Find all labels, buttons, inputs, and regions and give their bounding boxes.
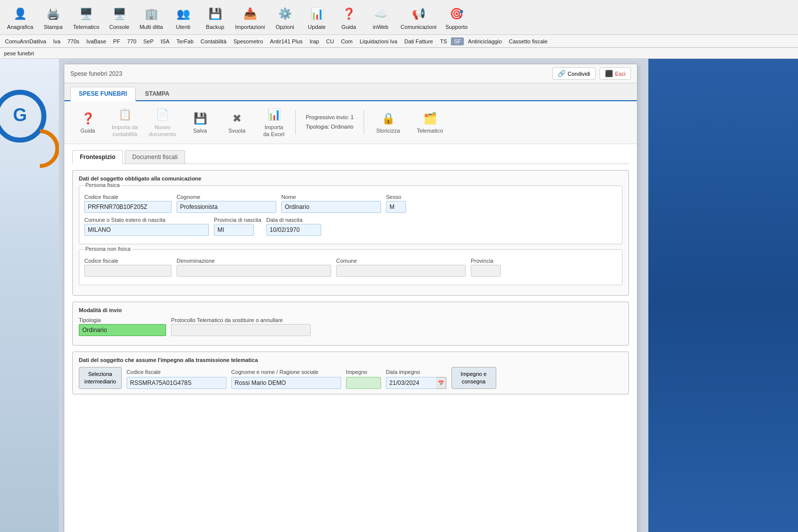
toolbar-anagrafica[interactable]: 👤 Anagrafica	[4, 3, 36, 32]
nome-input[interactable]	[281, 201, 381, 213]
toolbar-guida[interactable]: ❓ Guida	[334, 3, 364, 32]
tipologia-input[interactable]	[79, 324, 166, 336]
cognome-label: Cognome	[177, 194, 276, 200]
toolbar-inweb-label: inWeb	[373, 24, 389, 30]
toolbar-multiditta[interactable]: 🏢 Multi ditta	[136, 3, 166, 32]
navbar-ivabase[interactable]: IvaBase	[83, 37, 109, 45]
subtoolbar-salva[interactable]: 💾 Salva	[183, 108, 217, 136]
subtoolbar-telematico[interactable]: 🗂️ Telematico	[410, 108, 450, 136]
navbar-contabilita[interactable]: Contabilità	[198, 37, 229, 45]
navbar-liquidazioni[interactable]: Liquidazioni Iva	[357, 37, 400, 45]
int-data-impegno-group: Data impegno 📅	[386, 369, 446, 389]
int-impegno-input[interactable]	[346, 377, 381, 389]
subtoolbar-svuota[interactable]: ✖ Svuota	[219, 108, 254, 136]
inweb-icon: ☁️	[372, 5, 390, 23]
nf-codice-fiscale-group: Codice fiscale	[84, 258, 172, 277]
navbar-comuann[interactable]: ComuAnnDatilva	[2, 37, 49, 45]
console-icon: 🖥️	[110, 5, 128, 23]
toolbar-inweb[interactable]: ☁️ inWeb	[366, 3, 396, 32]
nf-provincia-label: Provincia	[471, 258, 501, 264]
toolbar-supporto[interactable]: 🎯 Supporto	[441, 3, 471, 32]
subtoolbar-importa-excel[interactable]: 📊 Importada Excel	[256, 104, 291, 141]
subtoolbar-separator2	[364, 110, 364, 135]
int-cognome-nome-input[interactable]	[231, 377, 341, 389]
toolbar-stampa[interactable]: 🖨️ Stampa	[38, 3, 68, 32]
navbar-antir141[interactable]: Antir141 Plus	[267, 37, 305, 45]
navbar-ts[interactable]: TS	[437, 37, 450, 45]
navbar-spesometro[interactable]: Spesometro	[230, 37, 266, 45]
content-tab-frontespizio[interactable]: Frontespizio	[72, 150, 123, 164]
navbar-pf[interactable]: PF	[110, 37, 123, 45]
toolbar-backup[interactable]: 💾 Backup	[200, 3, 230, 32]
toolbar-anagrafica-label: Anagrafica	[7, 24, 33, 30]
anagrafica-icon: 👤	[11, 5, 29, 23]
sesso-group: Sesso	[386, 194, 406, 213]
protocollo-input[interactable]	[171, 324, 311, 336]
navbar-770[interactable]: 770	[124, 37, 139, 45]
toolbar-update[interactable]: 📊 Update	[302, 3, 332, 32]
toolbar-opzioni[interactable]: ⚙️ Opzioni	[270, 3, 300, 32]
navbar: ComuAnnDatilva Iva 770s IvaBase PF 770 S…	[0, 35, 798, 48]
impegno-consegna-button[interactable]: Impegno econsegna	[451, 367, 496, 389]
navbar-antiriciclaggio[interactable]: Antiriciclaggio	[465, 37, 505, 45]
cognome-input[interactable]	[177, 201, 276, 213]
nf-codice-fiscale-input[interactable]	[84, 265, 172, 277]
data-nascita-input[interactable]	[266, 224, 321, 236]
toolbar-console-label: Console	[109, 24, 129, 30]
navbar-770s[interactable]: 770s	[64, 37, 82, 45]
subsection-persona-fisica: Persona fisica Codice fiscale Cognome	[79, 185, 622, 244]
exit-button[interactable]: ⬛ Esci	[599, 67, 631, 80]
subtoolbar-info: Progressivo invio: 1 Tipologia: Ordinari…	[300, 113, 360, 133]
date-picker-button[interactable]: 📅	[436, 377, 446, 389]
share-button[interactable]: 🔗 Condividi	[552, 67, 596, 80]
subtoolbar-nuovo-documento[interactable]: 📄 Nuovodocumento	[145, 104, 181, 141]
navbar-datifatture[interactable]: Dati Fatture	[401, 37, 436, 45]
svg-point-2	[22, 131, 57, 166]
content-tab-documenti[interactable]: Documenti fiscali	[125, 150, 185, 164]
nf-comune-input[interactable]	[336, 265, 466, 277]
nf-provincia-input[interactable]	[471, 265, 501, 277]
int-codice-fiscale-input[interactable]	[127, 377, 226, 389]
toolbar-importazioni[interactable]: 📥 Importazioni	[232, 3, 268, 32]
int-data-impegno-input[interactable]	[386, 377, 436, 389]
tipologia-group: Tipologia	[79, 317, 166, 336]
tab-stampa[interactable]: STAMPA	[137, 87, 178, 100]
navbar-terfab[interactable]: TerFab	[174, 37, 197, 45]
toolbar-guida-label: Guida	[341, 24, 356, 30]
toolbar-update-label: Update	[308, 24, 325, 30]
navbar-cassetto[interactable]: Cassetto fiscale	[506, 37, 551, 45]
subtoolbar-nuovo-label: Nuovodocumento	[149, 124, 176, 138]
toolbar-opzioni-label: Opzioni	[275, 24, 294, 30]
navbar-irap[interactable]: Irap	[307, 37, 322, 45]
subtoolbar-importa-contabilita[interactable]: 📋 Importa dacontabilità	[107, 104, 143, 141]
navbar-com[interactable]: Com	[338, 37, 356, 45]
update-icon: 📊	[308, 5, 326, 23]
comune-nascita-input[interactable]	[84, 224, 209, 236]
navbar-isa[interactable]: ISA	[158, 37, 173, 45]
toolbar-multiditta-label: Multi ditta	[140, 24, 163, 30]
intermediario-fields: Codice fiscale Cognome e nome / Ragione …	[127, 367, 496, 389]
subtoolbar-salva-label: Salva	[193, 128, 207, 134]
toolbar-console[interactable]: 🖥️ Console	[104, 3, 134, 32]
tab-spese-funebri[interactable]: SPESE FUNEBRI	[70, 87, 136, 101]
toolbar-utenti[interactable]: 👥 Utenti	[168, 3, 198, 32]
navbar-cu[interactable]: CU	[323, 37, 337, 45]
navbar-sep[interactable]: SeP	[140, 37, 157, 45]
provincia-nascita-input[interactable]	[214, 224, 254, 236]
telematico-icon: 🖥️	[77, 5, 95, 23]
section-modalita: Modalità di invio Tipologia Protocollo T…	[72, 302, 629, 346]
seleziona-intermediario-button[interactable]: Selezionaintermediario	[79, 367, 122, 389]
toolbar-telematico[interactable]: 🖥️ Telematico	[70, 3, 103, 32]
codice-fiscale-input[interactable]	[84, 201, 172, 213]
second-nav: pese funebri	[0, 48, 798, 59]
subtoolbar-excel-label: Importada Excel	[263, 124, 284, 138]
nf-denominazione-input[interactable]	[177, 265, 331, 277]
int-cognome-nome-col: Cognome e nome / Ragione sociale	[231, 369, 341, 375]
navbar-iva[interactable]: Iva	[50, 37, 64, 45]
sesso-input[interactable]	[386, 201, 406, 213]
toolbar-comunicazioni[interactable]: 📢 Comunicazioni	[398, 3, 439, 32]
navbar-sf[interactable]: SF	[451, 37, 464, 45]
subtoolbar-guida[interactable]: ❓ Guida	[70, 108, 105, 136]
subtoolbar-importa-label: Importa dacontabilità	[112, 124, 138, 138]
subtoolbar-storicizza[interactable]: 🔒 Storicizza	[368, 108, 408, 136]
